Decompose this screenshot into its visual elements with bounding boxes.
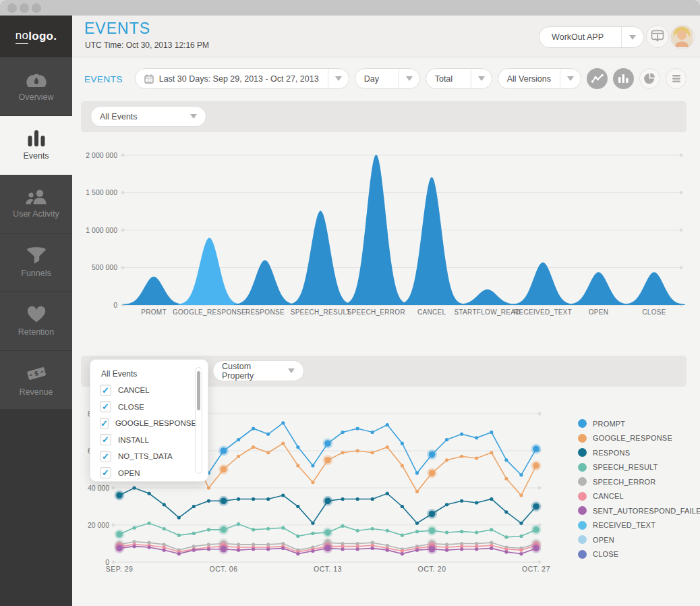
data-point[interactable] xyxy=(132,545,136,548)
data-point[interactable] xyxy=(445,438,448,441)
data-point[interactable] xyxy=(177,534,181,537)
data-point[interactable] xyxy=(445,549,448,552)
data-point[interactable] xyxy=(490,528,493,531)
data-point[interactable] xyxy=(460,547,463,551)
data-point[interactable] xyxy=(504,477,508,480)
data-point[interactable] xyxy=(386,549,389,552)
event-checkbox[interactable]: ✓ xyxy=(100,467,111,478)
data-point[interactable] xyxy=(324,440,331,447)
custom-property-arrow[interactable] xyxy=(279,368,303,373)
sidebar-item-user-activity[interactable]: User Activity xyxy=(0,175,72,233)
data-point[interactable] xyxy=(371,431,374,434)
data-point[interactable] xyxy=(475,456,478,460)
data-point[interactable] xyxy=(237,549,240,552)
data-point[interactable] xyxy=(490,547,493,550)
granularity-dropdown[interactable]: Day xyxy=(355,68,420,89)
data-point[interactable] xyxy=(163,549,166,552)
data-point[interactable] xyxy=(519,534,523,538)
data-point[interactable] xyxy=(296,464,299,467)
custom-property-dropdown[interactable]: Custom Property xyxy=(212,360,304,381)
data-point[interactable] xyxy=(460,455,463,458)
event-total-bell[interactable] xyxy=(178,238,240,305)
data-point[interactable] xyxy=(445,503,448,506)
data-point[interactable] xyxy=(533,526,539,533)
versions-arrow[interactable] xyxy=(560,69,581,88)
data-point[interactable] xyxy=(490,451,493,454)
event-option-row[interactable]: ✓INSTALL xyxy=(100,432,190,449)
data-point[interactable] xyxy=(311,549,314,553)
data-point[interactable] xyxy=(252,547,255,551)
granularity-arrow[interactable] xyxy=(399,69,419,88)
app-logo[interactable]: nologo. xyxy=(0,16,72,57)
data-point[interactable] xyxy=(116,531,123,538)
event-total-bell[interactable] xyxy=(512,263,574,305)
data-point[interactable] xyxy=(519,493,523,497)
data-point[interactable] xyxy=(415,530,419,533)
data-point[interactable] xyxy=(237,497,240,501)
data-point[interactable] xyxy=(237,438,240,441)
data-point[interactable] xyxy=(311,480,314,484)
data-point[interactable] xyxy=(341,431,344,434)
event-option-row[interactable]: ✓CLOSE xyxy=(100,399,190,416)
data-point[interactable] xyxy=(221,447,227,454)
pie-chart-view-button[interactable] xyxy=(639,68,660,89)
data-point[interactable] xyxy=(401,552,404,555)
window-control-dot[interactable] xyxy=(32,3,41,13)
data-point[interactable] xyxy=(401,505,404,508)
data-point[interactable] xyxy=(429,546,436,553)
data-point[interactable] xyxy=(237,522,240,526)
data-point[interactable] xyxy=(386,445,389,449)
date-range-dropdown[interactable]: Last 30 Days: Sep 29, 2013 - Oct 27, 201… xyxy=(135,68,349,89)
data-point[interactable] xyxy=(475,547,478,551)
event-option-row[interactable]: ✓NO_TTS_DATA xyxy=(100,448,190,465)
data-point[interactable] xyxy=(341,547,344,551)
window-control-dot[interactable] xyxy=(20,3,29,13)
data-point[interactable] xyxy=(296,552,299,555)
panel-scrollbar[interactable] xyxy=(195,367,202,474)
event-checkbox[interactable]: ✓ xyxy=(100,401,111,412)
data-point[interactable] xyxy=(192,532,196,535)
data-point[interactable] xyxy=(311,532,314,535)
data-point[interactable] xyxy=(148,492,151,495)
event-checkbox[interactable]: ✓ xyxy=(100,385,111,396)
sidebar-item-revenue[interactable]: $ Revenue xyxy=(0,351,72,410)
data-point[interactable] xyxy=(371,527,374,530)
data-point[interactable] xyxy=(341,497,344,501)
data-point[interactable] xyxy=(519,522,523,525)
data-point[interactable] xyxy=(132,526,136,530)
data-point[interactable] xyxy=(429,511,436,518)
table-view-button[interactable] xyxy=(666,68,687,89)
data-point[interactable] xyxy=(148,522,151,525)
data-point[interactable] xyxy=(504,510,508,514)
event-option-row[interactable]: ✓OPEN xyxy=(100,465,190,482)
data-point[interactable] xyxy=(386,492,389,495)
data-point[interactable] xyxy=(504,458,508,462)
data-point[interactable] xyxy=(490,431,493,434)
data-point[interactable] xyxy=(281,526,285,530)
data-point[interactable] xyxy=(519,473,523,476)
data-point[interactable] xyxy=(445,530,448,534)
aggregation-arrow[interactable] xyxy=(471,69,492,88)
data-point[interactable] xyxy=(415,549,419,552)
event-total-bell[interactable] xyxy=(568,272,630,305)
data-point[interactable] xyxy=(519,549,523,552)
data-point[interactable] xyxy=(341,524,344,528)
events-filter-dropdown[interactable]: All Events xyxy=(90,106,206,127)
sidebar-item-funnels[interactable]: Funnels xyxy=(0,233,72,292)
aggregation-dropdown[interactable]: Total xyxy=(426,68,492,89)
app-selector-dropdown[interactable]: WorkOut APP xyxy=(539,26,644,48)
sidebar-item-overview[interactable]: Overview xyxy=(0,57,72,116)
data-point[interactable] xyxy=(490,497,493,501)
data-point[interactable] xyxy=(266,433,270,436)
data-point[interactable] xyxy=(266,451,270,454)
data-point[interactable] xyxy=(356,426,359,430)
event-total-bell[interactable] xyxy=(457,290,519,305)
data-point[interactable] xyxy=(207,486,210,489)
data-point[interactable] xyxy=(341,451,344,454)
data-point[interactable] xyxy=(324,497,331,504)
data-point[interactable] xyxy=(237,455,240,458)
data-point[interactable] xyxy=(386,529,389,532)
data-point[interactable] xyxy=(401,441,404,445)
date-range-arrow[interactable] xyxy=(328,69,349,88)
data-point[interactable] xyxy=(252,497,255,501)
